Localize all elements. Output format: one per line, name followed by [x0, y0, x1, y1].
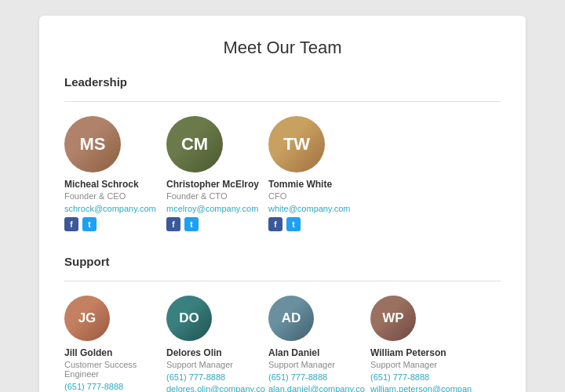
facebook-icon-tommie-white[interactable]: f	[268, 217, 282, 231]
avatar-william-peterson: WP	[370, 296, 416, 341]
member-role-tommie-white: CFO	[268, 191, 370, 201]
avatar-tommie-white: TW	[268, 116, 325, 172]
member-phone-delores-olin[interactable]: (651) 777-8888	[166, 372, 268, 382]
section-support: SupportJGJill GoldenCustomer Success Eng…	[64, 255, 501, 392]
member-email-delores-olin[interactable]: delores.olin@company.com	[166, 384, 268, 392]
team-member-william-peterson: WPWilliam PetersonSupport Manager(651) 7…	[370, 296, 472, 392]
section-leadership: LeadershipMSMicheal SchrockFounder & CEO…	[64, 75, 501, 239]
member-role-jill-golden: Customer Success Engineer	[64, 360, 166, 379]
team-member-alan-daniel: ADAlan DanielSupport Manager(651) 777-88…	[268, 296, 370, 392]
section-divider	[64, 101, 501, 102]
section-title-support: Support	[64, 255, 501, 268]
twitter-icon-tommie-white[interactable]: t	[286, 217, 301, 231]
member-name-alan-daniel: Alan Daniel	[268, 347, 370, 358]
member-email-william-peterson[interactable]: william.peterson@company.com	[370, 384, 472, 392]
member-role-christopher-mcelroy: Founder & CTO	[166, 191, 268, 201]
member-role-micheal-schrock: Founder & CEO	[64, 191, 166, 201]
team-member-tommie-white: TWTommie WhiteCFOwhite@company.comft	[268, 116, 370, 231]
member-phone-alan-daniel[interactable]: (651) 777-8888	[268, 372, 370, 382]
twitter-icon-christopher-mcelroy[interactable]: t	[184, 217, 199, 231]
team-grid-support: JGJill GoldenCustomer Success Engineer(6…	[64, 296, 501, 392]
member-role-delores-olin: Support Manager	[166, 360, 268, 369]
section-title-leadership: Leadership	[64, 75, 501, 89]
team-grid-leadership: MSMicheal SchrockFounder & CEOschrock@co…	[64, 116, 501, 239]
member-email-alan-daniel[interactable]: alan.daniel@company.com	[268, 384, 370, 392]
social-icons-christopher-mcelroy: ft	[166, 217, 268, 231]
avatar-jill-golden: JG	[64, 296, 110, 341]
team-card: Meet Our Team LeadershipMSMicheal Schroc…	[39, 16, 526, 392]
member-name-william-peterson: William Peterson	[370, 347, 472, 358]
member-name-tommie-white: Tommie White	[268, 179, 370, 190]
member-email-tommie-white[interactable]: white@company.com	[268, 204, 370, 213]
page-title: Meet Our Team	[64, 38, 501, 58]
member-role-alan-daniel: Support Manager	[268, 360, 370, 369]
facebook-icon-christopher-mcelroy[interactable]: f	[166, 217, 180, 231]
member-name-delores-olin: Delores Olin	[166, 347, 268, 358]
facebook-icon-micheal-schrock[interactable]: f	[64, 217, 78, 231]
social-icons-micheal-schrock: ft	[64, 217, 166, 231]
team-member-jill-golden: JGJill GoldenCustomer Success Engineer(6…	[64, 296, 166, 392]
section-divider	[64, 281, 501, 281]
team-member-delores-olin: DODelores OlinSupport Manager(651) 777-8…	[166, 296, 268, 392]
member-name-jill-golden: Jill Golden	[64, 347, 166, 358]
member-email-christopher-mcelroy[interactable]: mcelroy@company.com	[166, 204, 268, 213]
social-icons-tommie-white: ft	[268, 217, 370, 231]
team-member-micheal-schrock: MSMicheal SchrockFounder & CEOschrock@co…	[64, 116, 166, 231]
sections-container: LeadershipMSMicheal SchrockFounder & CEO…	[64, 75, 501, 392]
avatar-alan-daniel: AD	[268, 296, 314, 341]
member-phone-william-peterson[interactable]: (651) 777-8888	[370, 372, 472, 382]
team-member-christopher-mcelroy: CMChristopher McElroyFounder & CTOmcelro…	[166, 116, 268, 231]
avatar-micheal-schrock: MS	[64, 116, 121, 172]
member-email-micheal-schrock[interactable]: schrock@company.com	[64, 204, 166, 213]
avatar-delores-olin: DO	[166, 296, 212, 341]
avatar-christopher-mcelroy: CM	[166, 116, 223, 172]
twitter-icon-micheal-schrock[interactable]: t	[82, 217, 97, 231]
member-phone-jill-golden[interactable]: (651) 777-8888	[64, 382, 166, 391]
member-role-william-peterson: Support Manager	[370, 360, 472, 369]
member-name-micheal-schrock: Micheal Schrock	[64, 179, 166, 190]
member-name-christopher-mcelroy: Christopher McElroy	[166, 179, 268, 190]
